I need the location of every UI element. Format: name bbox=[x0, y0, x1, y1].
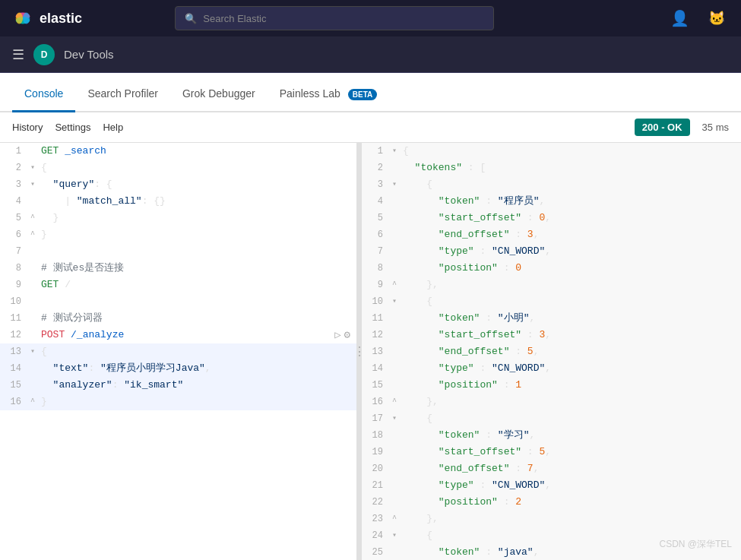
fold-button[interactable]: ▾ bbox=[389, 177, 400, 192]
svg-point-4 bbox=[23, 13, 30, 24]
table-row: 8 "position" : 0 bbox=[362, 260, 741, 277]
table-row: 4 | "match_all": {} bbox=[0, 193, 356, 210]
user-avatar-icon[interactable]: 👤 bbox=[668, 6, 692, 30]
line-number: 15 bbox=[362, 378, 389, 393]
tab-console[interactable]: Console bbox=[12, 77, 75, 112]
line-number: 14 bbox=[362, 361, 389, 376]
code-content: # 测试分词器 bbox=[38, 311, 356, 326]
search-icon: 🔍 bbox=[185, 13, 197, 24]
code-content: "end_offset" : 5, bbox=[400, 344, 741, 359]
top-bar-right: 👤 🐱 bbox=[668, 6, 729, 30]
table-row: 20 "end_offset" : 7, bbox=[362, 460, 741, 477]
table-row: 12 "start_offset" : 3, bbox=[362, 327, 741, 343]
run-icon[interactable]: ▷ bbox=[334, 327, 340, 343]
code-content: }, bbox=[400, 511, 741, 527]
line-number: 9 bbox=[0, 277, 27, 293]
hamburger-icon[interactable]: ☰ bbox=[12, 46, 24, 63]
line-number: 11 bbox=[0, 311, 27, 326]
time-badge: 35 ms bbox=[702, 122, 729, 133]
line-number: 5 bbox=[362, 210, 389, 226]
table-row: 15 "position" : 1 bbox=[362, 377, 741, 394]
code-content: GET _search bbox=[38, 144, 356, 159]
table-row: 16^} bbox=[0, 394, 356, 410]
fold-button[interactable]: ^ bbox=[27, 394, 38, 410]
fold-button[interactable]: ▾ bbox=[27, 344, 38, 359]
breadcrumb-bar: ☰ D Dev Tools bbox=[0, 36, 741, 73]
fold-button[interactable]: ▾ bbox=[27, 177, 38, 192]
line-number: 15 bbox=[0, 378, 27, 393]
line-number: 2 bbox=[362, 160, 389, 176]
search-placeholder: Search Elastic bbox=[203, 13, 266, 24]
left-pane[interactable]: 1GET _search2▾{3▾ "query": {4 | "match_a… bbox=[0, 143, 357, 560]
table-row: 6^} bbox=[0, 226, 356, 243]
code-content: GET / bbox=[38, 277, 356, 293]
table-row: 2 "tokens" : [ bbox=[362, 160, 741, 176]
svg-point-3 bbox=[16, 13, 23, 24]
table-row: 8# 测试es是否连接 bbox=[0, 260, 356, 277]
table-row: 7 bbox=[0, 243, 356, 260]
code-content: "position" : 1 bbox=[400, 378, 741, 393]
table-row: 10▾ { bbox=[362, 293, 741, 310]
right-pane[interactable]: 1▾{2 "tokens" : [3▾ {4 "token" : "程序员",5… bbox=[362, 143, 741, 560]
watermark: CSDN @深华TEL bbox=[659, 538, 732, 551]
fold-button[interactable]: ▾ bbox=[389, 411, 400, 426]
tab-search-profiler[interactable]: Search Profiler bbox=[75, 77, 170, 112]
line-number: 11 bbox=[362, 311, 389, 326]
settings-button[interactable]: Settings bbox=[55, 119, 90, 136]
table-row: 6 "end_offset" : 3, bbox=[362, 226, 741, 243]
line-number: 3 bbox=[362, 177, 389, 192]
code-content: "token" : "小明", bbox=[400, 311, 741, 326]
line-number: 2 bbox=[0, 160, 27, 176]
line-number: 19 bbox=[362, 445, 389, 460]
fold-button[interactable]: ▾ bbox=[389, 294, 400, 309]
search-bar[interactable]: 🔍 Search Elastic bbox=[175, 6, 494, 30]
fold-button[interactable]: ^ bbox=[27, 210, 38, 226]
tab-grok-debugger[interactable]: Grok Debugger bbox=[170, 77, 268, 112]
line-number: 12 bbox=[0, 327, 27, 343]
tab-painless-lab[interactable]: Painless Lab BETA bbox=[268, 77, 390, 112]
line-number: 8 bbox=[362, 261, 389, 276]
editor-area: 1GET _search2▾{3▾ "query": {4 | "match_a… bbox=[0, 143, 741, 560]
history-button[interactable]: History bbox=[12, 119, 43, 136]
table-row: 2▾{ bbox=[0, 160, 356, 176]
code-content: "type" : "CN_WORD", bbox=[400, 478, 741, 493]
elastic-logo[interactable]: elastic bbox=[12, 8, 82, 29]
line-number: 18 bbox=[362, 428, 389, 443]
line-number: 3 bbox=[0, 177, 27, 192]
code-content: } bbox=[38, 227, 356, 242]
fold-button[interactable]: ▾ bbox=[389, 144, 400, 159]
table-row: 22 "position" : 2 bbox=[362, 494, 741, 511]
elastic-logo-icon bbox=[12, 8, 33, 29]
fold-button[interactable]: ^ bbox=[27, 227, 38, 242]
line-number: 13 bbox=[0, 344, 27, 359]
fold-button[interactable]: ^ bbox=[389, 511, 400, 527]
code-content: } bbox=[38, 394, 356, 410]
table-row: 16^ }, bbox=[362, 394, 741, 410]
code-content: "token" : "程序员", bbox=[400, 194, 741, 209]
fold-button[interactable]: ^ bbox=[389, 394, 400, 410]
line-number: 8 bbox=[0, 261, 27, 276]
fold-button[interactable]: ▾ bbox=[27, 160, 38, 176]
table-row: 9GET / bbox=[0, 277, 356, 293]
code-content: { bbox=[38, 160, 356, 176]
fold-button[interactable]: ^ bbox=[389, 277, 400, 293]
code-content: "start_offset" : 5, bbox=[400, 445, 741, 460]
code-content: "start_offset" : 0, bbox=[400, 210, 741, 226]
line-number: 17 bbox=[362, 411, 389, 426]
fold-button[interactable]: ▾ bbox=[389, 528, 400, 543]
code-content: { bbox=[38, 344, 356, 359]
line-number: 6 bbox=[362, 227, 389, 242]
top-bar: elastic 🔍 Search Elastic 👤 🐱 bbox=[0, 0, 741, 36]
line-number: 21 bbox=[362, 478, 389, 493]
table-row: 9^ }, bbox=[362, 277, 741, 293]
line-number: 7 bbox=[362, 244, 389, 259]
code-content: "position" : 2 bbox=[400, 495, 741, 510]
table-row: 14 "type" : "CN_WORD", bbox=[362, 360, 741, 377]
code-content: "tokens" : [ bbox=[400, 160, 741, 176]
help-icon[interactable]: 🐱 bbox=[705, 6, 729, 30]
line-number: 14 bbox=[0, 361, 27, 376]
table-row: 13 "end_offset" : 5, bbox=[362, 343, 741, 360]
help-button[interactable]: Help bbox=[103, 119, 123, 136]
copy-icon[interactable]: ⚙ bbox=[344, 327, 350, 343]
table-row: 23^ }, bbox=[362, 511, 741, 527]
